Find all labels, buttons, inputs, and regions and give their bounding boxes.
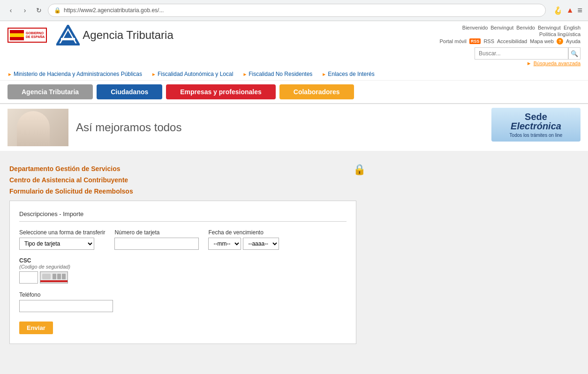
svg-rect-6 [57, 274, 61, 279]
card-number-input[interactable] [114, 238, 199, 250]
mapa-web-link[interactable]: Mapa web [530, 38, 554, 44]
form-bottom: Enviar [19, 322, 347, 334]
nav-fiscalidad-autonomica[interactable]: ► Fiscalidad Autonómica y Local [151, 71, 233, 77]
nav-ministerio[interactable]: ► Ministerio de Hacienda y Administracio… [8, 71, 142, 77]
form-title: Departamento Gestión de Servicios Centro… [9, 164, 366, 197]
nav-empresas-btn[interactable]: Empresas y profesionales [166, 84, 276, 99]
agency-logo-icon [56, 25, 80, 45]
menu-icon[interactable]: ≡ [577, 6, 582, 15]
phone-input-wrapper [19, 300, 347, 312]
nav-enlaces[interactable]: ► Enlaces de Interés [322, 71, 374, 77]
svg-rect-5 [53, 274, 56, 279]
card-number-label: Número de tarjeta [114, 229, 199, 236]
arrow-icon: ► [527, 60, 532, 66]
hero-slogan: Así mejoramos todos [76, 121, 181, 134]
csc-card-graphic [40, 272, 68, 283]
browser-actions: 🪝 ▲ ≡ [553, 6, 582, 15]
expiry-month-select[interactable]: --mm-- 01 02 03 04 05 06 07 08 09 10 11 [208, 238, 241, 250]
main-nav: Agencia Tributaria Ciudadanos Empresas y… [0, 81, 588, 104]
lang-benvingut[interactable]: Benvingut [490, 25, 513, 30]
rss-badge: RSS [469, 38, 481, 44]
csc-input[interactable] [19, 271, 38, 284]
advanced-search-link[interactable]: Búsqueda avanzada [534, 60, 580, 66]
rss-link[interactable]: RSS [483, 38, 494, 44]
advanced-search-row: ► Búsqueda avanzada [0, 60, 588, 68]
url-bar[interactable]: 🔒 https://www2.agenciatributaria.gob.es/… [48, 4, 546, 17]
refresh-button[interactable]: ↻ [34, 5, 44, 15]
arrow-icon: ► [242, 72, 247, 77]
browser-chrome: ‹ › ↻ 🔒 https://www2.agenciatributaria.g… [0, 0, 588, 21]
svg-rect-8 [40, 280, 68, 282]
spain-flag [10, 30, 24, 40]
expiry-selects: --mm-- 01 02 03 04 05 06 07 08 09 10 11 [208, 238, 279, 250]
accesibilidad-link[interactable]: Accesibilidad [497, 38, 527, 44]
lang-english[interactable]: English [564, 25, 580, 30]
search-input[interactable] [475, 47, 568, 60]
svg-rect-2 [61, 38, 75, 40]
util-links: Portal móvil RSS RSS Accesibilidad Mapa … [439, 38, 580, 45]
expiry-group: Fecha de vencimiento --mm-- 01 02 03 04 … [208, 229, 279, 250]
forward-button[interactable]: › [20, 5, 30, 15]
arrow-icon: ► [151, 72, 156, 77]
transfer-group: Seleccione una forma de transferir Tipo … [19, 229, 105, 250]
form-header: Departamento Gestión de Servicios Centro… [9, 156, 366, 201]
svg-rect-7 [62, 274, 66, 279]
nav-agencia-btn[interactable]: Agencia Tributaria [8, 84, 93, 99]
header-logo-area: GOBIERNO DE ESPAÑA Agencia Tributaria [8, 25, 173, 45]
search-button[interactable]: 🔍 [568, 47, 580, 60]
transfer-select[interactable]: Tipo de tarjeta Transferencia bancaria C… [19, 238, 94, 250]
sede-electronica: Sede Electrónica Todos los trámites on l… [491, 108, 580, 142]
arrow-icon: ► [322, 72, 326, 77]
payment-fields-row: Seleccione una forma de transferir Tipo … [19, 229, 347, 250]
top-nav: ► Ministerio de Hacienda y Administracio… [0, 68, 588, 81]
csc-image [40, 271, 68, 284]
page: GOBIERNO DE ESPAÑA Agencia Tributaria [0, 21, 588, 353]
lang-benvingut2[interactable]: Benvingut [538, 25, 561, 30]
phone-label: Teléfono [19, 292, 40, 298]
csc-label: CSC [19, 257, 347, 264]
submit-button[interactable]: Enviar [19, 322, 53, 334]
expiry-label: Fecha de vencimiento [208, 229, 279, 236]
portal-movil-link[interactable]: Portal móvil [439, 38, 466, 44]
sede-title: Sede [525, 112, 547, 121]
search-row: 🔍 [0, 47, 588, 60]
site-header: GOBIERNO DE ESPAÑA Agencia Tributaria [0, 21, 588, 68]
csc-sublabel: (Codigo de seguridad) [19, 264, 347, 269]
transfer-label: Seleccione una forma de transferir [19, 229, 105, 236]
arrow-icon: ► [8, 72, 12, 77]
nav-fiscalidad-no-residentes[interactable]: ► Fiscalidad No Residentes [242, 71, 312, 77]
gov-text: GOBIERNO DE ESPAÑA [26, 31, 45, 39]
section-title: Descripciones - Importe [19, 210, 347, 222]
nav-ciudadanos-btn[interactable]: Ciudadanos [97, 84, 162, 99]
phone-section: Teléfono [19, 291, 347, 312]
main-content: Departamento Gestión de Servicios Centro… [0, 151, 588, 353]
card-number-group: Número de tarjeta [114, 229, 199, 250]
lang-benvido[interactable]: Benvido [516, 25, 535, 30]
agency-logo-area: Agencia Tributaria [56, 25, 173, 45]
url-text: https://www2.agenciatributaria.gob.es/..… [64, 7, 540, 14]
alert-icon: ▲ [566, 6, 574, 15]
ayuda-link[interactable]: Ayuda [566, 38, 580, 44]
lang-bienvenido[interactable]: Bienvenido [462, 25, 488, 30]
shield-icon: 🪝 [553, 6, 563, 15]
nav-colaboradores-btn[interactable]: Colaboradores [279, 84, 354, 99]
politica-linguistica: Política lingüística [439, 31, 580, 37]
gov-logo: GOBIERNO DE ESPAÑA [8, 28, 47, 43]
person-silhouette [17, 111, 50, 146]
svg-rect-4 [42, 274, 51, 279]
back-button[interactable]: ‹ [6, 5, 16, 15]
csc-section: CSC (Codigo de seguridad) [19, 257, 347, 284]
lock-icon: 🔒 [353, 164, 366, 176]
csc-inputs [19, 271, 347, 284]
sede-subtitle: Electrónica [511, 121, 561, 131]
form-container: Descripciones - Importe Seleccione una f… [9, 201, 356, 344]
agency-name: Agencia Tributaria [83, 29, 173, 42]
hero-section: Así mejoramos todos Sede Electrónica Tod… [0, 104, 588, 151]
expiry-year-select[interactable]: --aaaa-- 2024 2025 2026 2027 2028 [243, 238, 279, 250]
lang-links: Bienvenido Benvingut Benvido Benvingut E… [439, 25, 580, 30]
phone-input[interactable] [19, 300, 113, 312]
sede-tagline: Todos los trámites on line [510, 133, 563, 138]
header-links: Bienvenido Benvingut Benvido Benvingut E… [439, 25, 580, 45]
help-icon: ? [557, 38, 563, 45]
hero-image [8, 109, 68, 146]
